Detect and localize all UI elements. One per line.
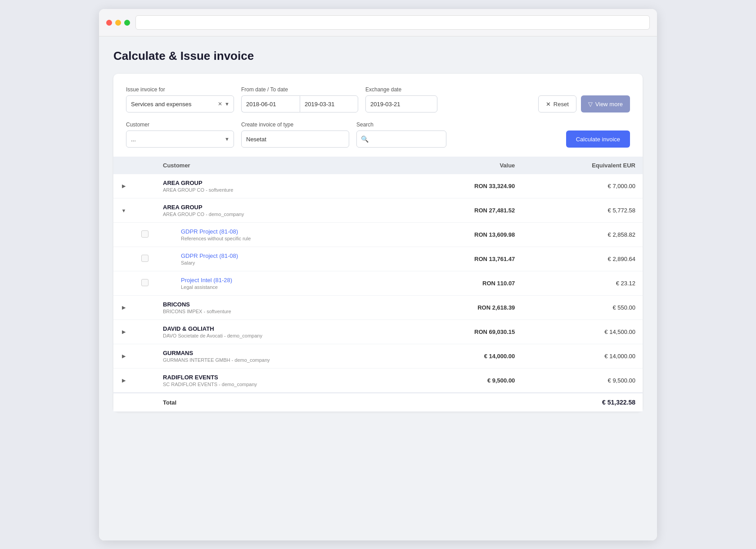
filter-icon: ▽ <box>588 101 593 108</box>
customer-wrapper: ... ▼ <box>126 130 234 148</box>
exchange-date-input[interactable] <box>365 95 437 112</box>
customer-name-cell: Project Intel (81-28)Legal assistance <box>156 271 408 296</box>
customer-select[interactable]: ... <box>126 130 234 148</box>
date-inputs <box>241 95 358 112</box>
row-checkbox[interactable] <box>141 255 148 262</box>
invoice-type-input[interactable] <box>241 130 349 148</box>
customer-sub-text: DAVO Societate de Avocati - demo_company <box>163 333 400 338</box>
eur-cell: € 550.00 <box>522 296 643 320</box>
table-row: ▶RADIFLOR EVENTSSC RADIFLOR EVENTS - dem… <box>113 369 643 393</box>
table-row: ▶DAVID & GOLIATHDAVO Societate de Avocat… <box>113 320 643 344</box>
checkbox-cell[interactable] <box>134 223 156 247</box>
total-value <box>408 393 522 412</box>
titlebar <box>99 9 657 36</box>
search-icon: 🔍 <box>361 135 369 143</box>
search-input[interactable] <box>356 130 446 148</box>
from-date-input[interactable] <box>241 95 300 112</box>
customer-name-text: RADIFLOR EVENTS <box>163 374 400 381</box>
eur-cell: € 2,858.82 <box>522 223 643 247</box>
customer-name-cell: GURMANSGURMANS INTERTEE GMBH - demo_comp… <box>156 344 408 369</box>
project-link[interactable]: Project Intel (81-28) <box>181 277 232 284</box>
table-row: Project Intel (81-28)Legal assistanceRON… <box>113 271 643 296</box>
issue-for-wrapper: Services and expenses ✕ ▼ <box>126 95 234 112</box>
customer-name-cell: BRICONSBRICONS IMPEX - softventure <box>156 296 408 320</box>
checkbox-cell <box>134 296 156 320</box>
reset-button[interactable]: ✕ Reset <box>538 95 576 112</box>
exchange-date-label: Exchange date <box>365 86 437 93</box>
total-eur: € 51,322.58 <box>522 393 643 412</box>
filters-row-1: Issue invoice for Services and expenses … <box>126 86 630 112</box>
value-cell: RON 110.07 <box>408 271 522 296</box>
expand-cell[interactable]: ▶ <box>113 296 134 320</box>
table-row: ▶AREA GROUPAREA GROUP CO - softventureRO… <box>113 174 643 198</box>
expand-cell[interactable]: ▼ <box>113 198 134 223</box>
invoice-card: Issue invoice for Services and expenses … <box>113 74 643 412</box>
customer-group: Customer ... ▼ <box>126 122 234 148</box>
customer-name-cell: GDPR Project (81-08)Salary <box>156 247 408 271</box>
table-row: ▼AREA GROUPAREA GROUP CO - demo_companyR… <box>113 198 643 223</box>
customer-sub-text: AREA GROUP CO - softventure <box>163 187 400 193</box>
customer-name-text: AREA GROUP <box>163 180 400 186</box>
table-body: ▶AREA GROUPAREA GROUP CO - softventureRO… <box>113 174 643 412</box>
table-header: Customer Value Equivalent EUR <box>113 157 643 174</box>
titlebar-search[interactable] <box>135 15 650 30</box>
invoice-type-group: Create invoice of type <box>241 122 349 148</box>
col-expand <box>113 157 134 174</box>
issue-for-group: Issue invoice for Services and expenses … <box>126 86 234 112</box>
customer-name-text: DAVID & GOLIATH <box>163 325 400 332</box>
calculate-button[interactable]: Calculate invoice <box>566 130 630 148</box>
customer-sub-text: Legal assistance <box>181 284 400 290</box>
search-group: Search 🔍 <box>356 122 446 148</box>
customer-label: Customer <box>126 122 234 128</box>
view-more-button[interactable]: ▽ View more <box>581 95 630 112</box>
maximize-button[interactable] <box>124 20 130 26</box>
checkbox-cell[interactable] <box>134 271 156 296</box>
main-content: Calculate & Issue invoice Issue invoice … <box>99 36 657 540</box>
invoice-type-label: Create invoice of type <box>241 122 349 128</box>
col-checkbox <box>134 157 156 174</box>
filters-row-2: Customer ... ▼ Create invoice of type Se… <box>126 122 630 148</box>
customer-sub-text: SC RADIFLOR EVENTS - demo_company <box>163 382 400 387</box>
date-range-label: From date / To date <box>241 86 358 93</box>
expand-cell[interactable]: ▶ <box>113 369 134 393</box>
minimize-button[interactable] <box>115 20 121 26</box>
issue-for-select[interactable]: Services and expenses <box>126 95 234 112</box>
project-link[interactable]: GDPR Project (81-08) <box>181 252 238 259</box>
value-cell: RON 13,609.98 <box>408 223 522 247</box>
value-cell: RON 69,030.15 <box>408 320 522 344</box>
customer-sub-text: AREA GROUP CO - demo_company <box>163 212 400 217</box>
expand-cell[interactable]: ▶ <box>113 174 134 198</box>
row-checkbox[interactable] <box>141 279 148 286</box>
customer-name-cell: DAVID & GOLIATHDAVO Societate de Avocati… <box>156 320 408 344</box>
customer-name-cell: GDPR Project (81-08)References without s… <box>156 223 408 247</box>
customer-name-cell: RADIFLOR EVENTSSC RADIFLOR EVENTS - demo… <box>156 369 408 393</box>
customer-name-text: GURMANS <box>163 350 400 356</box>
customer-sub-text: BRICONS IMPEX - softventure <box>163 309 400 314</box>
checkbox-cell <box>134 369 156 393</box>
customer-name-text: AREA GROUP <box>163 204 400 211</box>
eur-cell: € 9,500.00 <box>522 369 643 393</box>
close-button[interactable] <box>106 20 112 26</box>
x-icon: ✕ <box>546 101 551 108</box>
header-row: Customer Value Equivalent EUR <box>113 157 643 174</box>
col-value-header: Value <box>408 157 522 174</box>
value-cell: RON 13,761.47 <box>408 247 522 271</box>
table-row: ▶BRICONSBRICONS IMPEX - softventureRON 2… <box>113 296 643 320</box>
table-row: GDPR Project (81-08)SalaryRON 13,761.47€… <box>113 247 643 271</box>
to-date-input[interactable] <box>300 95 358 112</box>
expand-cell[interactable]: ▶ <box>113 320 134 344</box>
search-wrapper: 🔍 <box>356 130 446 148</box>
eur-cell: € 2,890.64 <box>522 247 643 271</box>
issue-for-label: Issue invoice for <box>126 86 234 93</box>
checkbox-cell[interactable] <box>134 247 156 271</box>
checkbox-cell <box>134 198 156 223</box>
value-cell: RON 27,481.52 <box>408 198 522 223</box>
exchange-date-group: Exchange date <box>365 86 437 112</box>
customer-sub-text: Salary <box>181 260 400 266</box>
eur-cell: € 14,500.00 <box>522 320 643 344</box>
date-range-group: From date / To date <box>241 86 358 112</box>
row-checkbox[interactable] <box>141 230 148 238</box>
expand-cell[interactable]: ▶ <box>113 344 134 369</box>
expand-cell <box>113 247 134 271</box>
project-link[interactable]: GDPR Project (81-08) <box>181 228 238 235</box>
